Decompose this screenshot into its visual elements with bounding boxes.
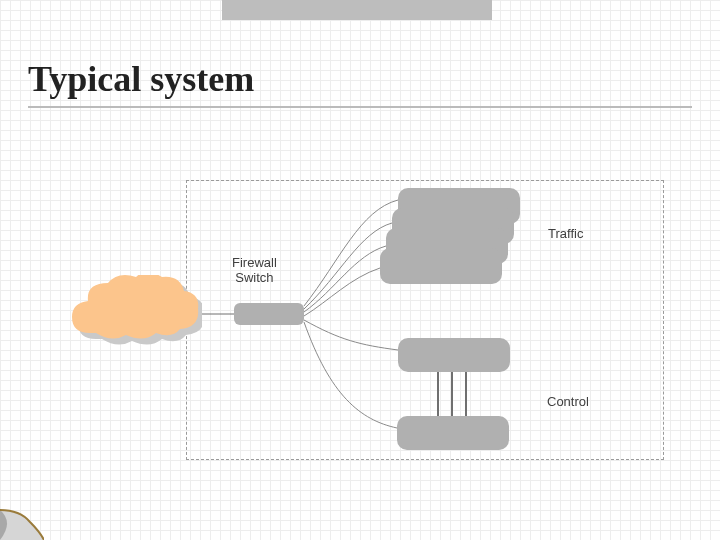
firewall-switch-label: Firewall Switch	[232, 255, 277, 285]
page-curl-icon	[0, 502, 44, 540]
traffic-node	[380, 248, 502, 284]
traffic-label: Traffic	[548, 226, 583, 241]
traffic-server-stack	[380, 188, 530, 284]
control-node-top	[398, 338, 510, 372]
slide-title: Typical system	[28, 58, 254, 100]
firewall-label-line1: Firewall Switch	[232, 255, 277, 285]
control-node-bottom	[397, 416, 509, 450]
firewall-switch-node	[234, 303, 304, 325]
internet-cloud-icon	[62, 275, 202, 355]
control-label: Control	[547, 394, 589, 409]
top-decoration-bar	[222, 0, 492, 20]
